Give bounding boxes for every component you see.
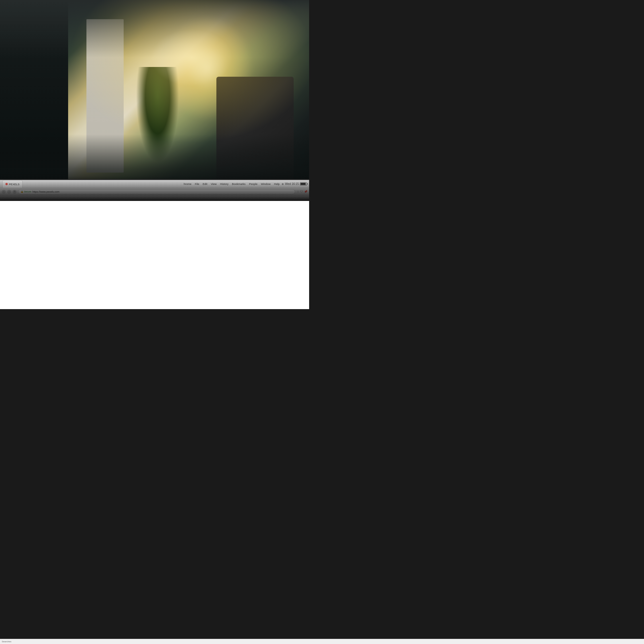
blend-overlay	[0, 176, 309, 201]
office-left-shadow	[0, 0, 68, 192]
office-ceiling	[0, 0, 309, 58]
office-plant	[136, 67, 179, 163]
office-chair	[216, 77, 294, 182]
office-window-glow	[161, 15, 254, 121]
office-background	[0, 0, 309, 192]
